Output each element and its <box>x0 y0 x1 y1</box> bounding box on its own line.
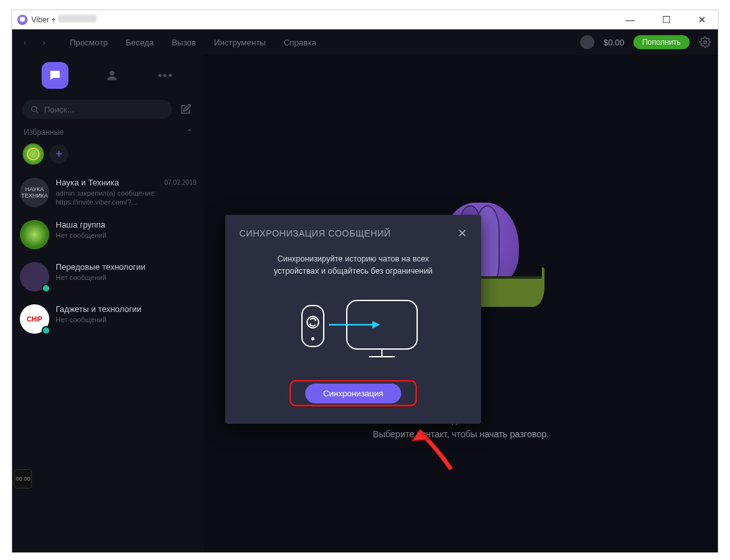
tiny-overlay: 00 00 <box>14 469 32 488</box>
sync-modal: СИНХРОНИЗАЦИЯ СООБЩЕНИЙ ✕ Синхронизируйт… <box>225 215 481 424</box>
minimize-button[interactable]: — <box>619 14 641 26</box>
nav-back-icon[interactable]: ‹ <box>19 36 31 49</box>
chat-title: Передовые технологии <box>56 262 196 272</box>
chat-list-item[interactable]: НАУКА ТЕХНИКАНаука и Техникаadmin закреп… <box>12 171 204 214</box>
menu-view[interactable]: Просмотр <box>70 38 107 47</box>
titlebar: Viber + — ☐ ✕ <box>12 10 718 29</box>
favorites-header: Избранные <box>24 128 64 137</box>
chat-subtitle: admin закрепил(а) сообщение: <box>56 189 158 198</box>
chat-subtitle-2: https://invite.viber.com/?... <box>56 198 158 206</box>
chat-title: Гаджеты и технологии <box>56 304 196 314</box>
search-placeholder: Поиск... <box>44 105 74 114</box>
menu-chat[interactable]: Беседа <box>125 38 154 47</box>
chat-list-item[interactable]: CHIPГаджеты и технологииНет сообщений <box>12 298 204 340</box>
nav-forward-icon[interactable]: › <box>38 36 51 49</box>
app-body: ‹ › Просмотр Беседа Вызов Инструменты Сп… <box>12 29 718 552</box>
balance-label: $0.00 <box>603 38 624 47</box>
svg-point-5 <box>31 106 36 111</box>
menu-help[interactable]: Справка <box>283 38 316 47</box>
modal-close-icon[interactable]: ✕ <box>457 226 467 240</box>
chat-subtitle: Нет сообщений <box>56 231 196 240</box>
compose-button-icon[interactable] <box>177 101 194 118</box>
close-window-button[interactable]: ✕ <box>691 14 713 26</box>
chat-subtitle: Нет сообщений <box>56 315 196 324</box>
chat-avatar: НАУКА ТЕХНИКА <box>20 178 49 207</box>
favorite-avatar[interactable] <box>22 143 44 165</box>
tab-chats[interactable] <box>42 62 68 89</box>
window-title: Viber + <box>31 15 97 24</box>
sync-illustration-icon <box>283 293 424 363</box>
tab-more-icon[interactable] <box>155 66 175 85</box>
user-avatar-icon[interactable] <box>580 35 594 49</box>
window-controls: — ☐ ✕ <box>619 14 713 26</box>
sidebar: Поиск... Избранные ⌃ + НАУКА ТЕХНИКАНаук… <box>12 55 204 552</box>
menu-tools[interactable]: Инструменты <box>214 38 266 47</box>
chat-title: Наша группа <box>56 220 196 229</box>
add-favorite-button[interactable]: + <box>49 144 68 164</box>
menu-bar: Просмотр Беседа Вызов Инструменты Справк… <box>70 38 316 47</box>
maximize-button[interactable]: ☐ <box>655 14 677 26</box>
viber-icon <box>17 15 28 25</box>
modal-description: Синхронизируйте историю чатов на всех ус… <box>244 253 462 277</box>
chat-list-item[interactable]: Наша группаНет сообщений <box>12 214 204 256</box>
modal-title: СИНХРОНИЗАЦИЯ СООБЩЕНИЙ <box>239 228 391 238</box>
svg-marker-16 <box>372 321 380 329</box>
search-input[interactable]: Поиск... <box>22 100 172 119</box>
chat-avatar <box>20 262 49 292</box>
chat-subtitle: Нет сообщений <box>56 273 196 282</box>
menu-call[interactable]: Вызов <box>171 38 196 47</box>
svg-point-3 <box>163 74 166 77</box>
svg-point-0 <box>704 41 707 44</box>
chat-list-item[interactable]: Передовые технологииНет сообщений <box>12 256 204 298</box>
topbar: ‹ › Просмотр Беседа Вызов Инструменты Сп… <box>12 29 718 55</box>
app-window: Viber + — ☐ ✕ ‹ › Просмотр Беседа Вызов … <box>12 10 718 553</box>
svg-point-2 <box>158 74 161 77</box>
topup-button[interactable]: Пополнить <box>633 35 690 49</box>
chat-avatar <box>20 220 49 249</box>
chat-date: 07.02.2019 <box>164 178 196 186</box>
svg-point-8 <box>312 337 315 340</box>
collapse-chevron-icon[interactable]: ⌃ <box>186 128 193 137</box>
annotation-highlight <box>289 380 417 407</box>
svg-point-1 <box>109 71 114 75</box>
tab-contacts[interactable] <box>102 66 122 85</box>
svg-point-4 <box>168 74 171 77</box>
chat-title: Наука и Техника <box>56 178 158 187</box>
svg-line-6 <box>36 111 38 113</box>
chat-avatar: CHIP <box>20 304 49 334</box>
settings-gear-icon[interactable] <box>699 36 711 49</box>
